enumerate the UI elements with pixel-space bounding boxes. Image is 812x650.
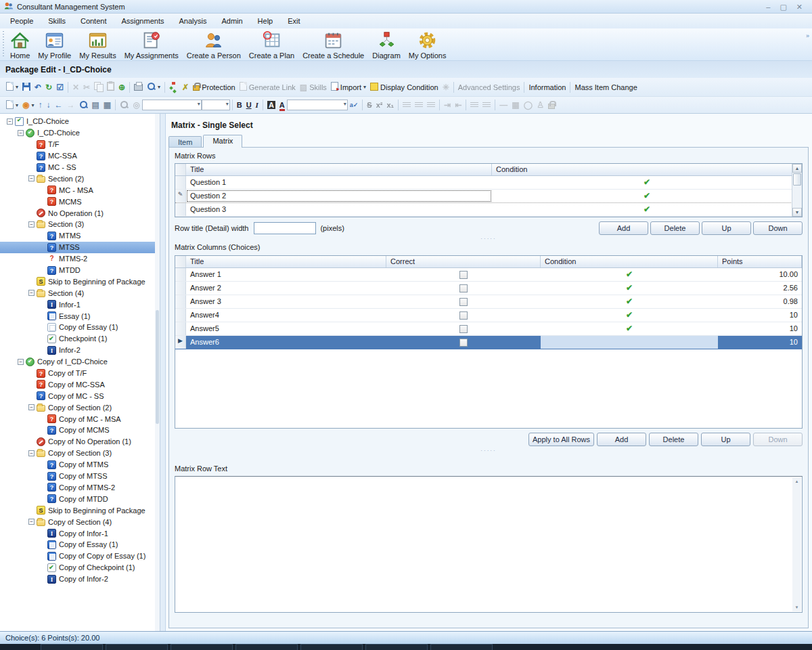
menu-skills[interactable]: Skills [41, 15, 73, 27]
choice-row-answer6[interactable]: ▶Answer610 [175, 336, 802, 349]
rows-grid-scrollbar[interactable]: ▲▼ [792, 164, 802, 217]
find-button[interactable] [77, 99, 90, 112]
view-detail-button[interactable]: ▦ [102, 99, 113, 111]
scroll-down-icon[interactable]: ▼ [792, 208, 802, 217]
menu-people[interactable]: People [3, 15, 41, 27]
scrollbar-thumb[interactable] [793, 173, 801, 186]
menu-exit[interactable]: Exit [280, 15, 307, 27]
checklist-button[interactable]: ☑ [54, 81, 66, 93]
row-condition-cell[interactable]: ✔ [492, 176, 802, 189]
row-title-cell[interactable]: Question 2 [186, 190, 492, 202]
tree-item-skip-to-beginning-of-package[interactable]: −SSkip to Beginning of Package [0, 504, 160, 516]
tree-item-checkpoint-1[interactable]: −Checkpoint (1) [0, 333, 160, 345]
matrix-row-question-1[interactable]: Question 1✔ [175, 176, 802, 190]
tree-item-t-f[interactable]: −?T/F [0, 139, 160, 150]
taskbar-button[interactable] [300, 644, 363, 650]
tree-item-copy-of-essay-1[interactable]: −Copy of Essay (1) [0, 322, 160, 333]
tree-item-infor-2[interactable]: −IInfor-2 [0, 345, 160, 356]
row-selector[interactable] [175, 309, 186, 322]
choice-title-cell[interactable]: Answer 3 [186, 295, 386, 308]
choice-points-cell[interactable]: 10 [718, 309, 802, 322]
tree-item-copy-of-t-f[interactable]: −?Copy of T/F [0, 368, 160, 379]
close-button[interactable]: ✕ [796, 1, 803, 13]
choice-points-cell[interactable]: 10.00 [718, 268, 802, 281]
refresh-button[interactable]: ↻ [43, 81, 54, 93]
choice-correct-cell[interactable] [386, 268, 541, 281]
correct-checkbox[interactable] [459, 339, 468, 347]
tree-item-copy-of-section-2[interactable]: −Copy of Section (2) [0, 402, 160, 413]
correct-checkbox[interactable] [459, 325, 468, 333]
my-assignments-button[interactable]: My Assignments [120, 30, 183, 60]
tree-item-copy-of-no-operation-1[interactable]: −Copy of No Operation (1) [0, 436, 160, 448]
create-a-schedule-button[interactable]: Create a Schedule [298, 30, 368, 60]
minimize-button[interactable]: – [766, 1, 770, 13]
my-options-button[interactable]: My Options [405, 30, 451, 60]
column-header-points[interactable]: Points [718, 256, 802, 267]
tree-item-copy-of-mtms-2[interactable]: −?Copy of MTMS-2 [0, 482, 160, 494]
delete-rows-button[interactable]: Delete [650, 221, 700, 235]
home-button[interactable]: Home [6, 30, 34, 60]
toolbar-overflow-icon[interactable]: » [806, 30, 812, 39]
dropdown-arrow-icon[interactable]: ▾ [16, 84, 18, 90]
italic-button[interactable]: I [254, 99, 261, 111]
tree-item-no-operation-1[interactable]: −No Operation (1) [0, 207, 160, 219]
taskbar-button[interactable] [430, 644, 493, 650]
menu-help[interactable]: Help [250, 15, 281, 27]
tree-item-copy-of-mc-msa[interactable]: −?Copy of MC - MSA [0, 413, 160, 425]
tree-item-infor-1[interactable]: −IInfor-1 [0, 299, 160, 310]
matrix-row-question-2[interactable]: ✎Question 2✔ [175, 190, 802, 203]
clear-x-button[interactable]: ✗ [180, 81, 191, 93]
menu-assignments[interactable]: Assignments [114, 15, 171, 27]
choice-correct-cell[interactable] [386, 322, 541, 335]
dropdown-arrow-icon[interactable]: ▾ [16, 102, 18, 108]
tab-item[interactable]: Item [168, 136, 202, 148]
font-color-button[interactable]: A [277, 99, 287, 111]
choice-correct-cell[interactable] [386, 309, 541, 322]
column-header-correct[interactable]: Correct [386, 256, 541, 267]
my-results-button[interactable]: My Results [75, 30, 120, 60]
horizontal-splitter-dots[interactable]: ····· [175, 236, 803, 243]
arrow-left-button[interactable]: ← [53, 99, 65, 111]
tree-main-splitter[interactable] [160, 114, 166, 631]
column-header-title[interactable]: Title [186, 256, 386, 267]
row-condition-cell[interactable]: ✔ [492, 190, 802, 202]
tree-item-mc-ss[interactable]: −?MC - SS [0, 162, 160, 173]
undo-button[interactable]: ↶ [32, 81, 43, 93]
dropdown-arrow-icon[interactable]: ▾ [32, 102, 35, 108]
correct-checkbox[interactable] [459, 298, 468, 306]
apply-to-all-rows-columns-button[interactable]: Apply to All Rows [528, 433, 594, 446]
scroll-down-icon[interactable]: ▼ [792, 603, 801, 611]
tree-expander-icon[interactable]: − [28, 404, 35, 410]
information-button[interactable]: Information [526, 82, 568, 93]
choice-correct-cell[interactable] [386, 336, 541, 349]
row-selector[interactable] [175, 176, 186, 189]
tree-item-section-3[interactable]: −Section (3) [0, 219, 160, 230]
tree-item-copy-of-mtms[interactable]: −?Copy of MTMS [0, 459, 160, 471]
choice-condition-cell[interactable]: ✔ [541, 282, 718, 295]
row-selector[interactable] [175, 322, 186, 335]
choice-row-answer-3[interactable]: Answer 3✔0.98 [175, 295, 802, 309]
tree-item-copy-of-mtdd[interactable]: −?Copy of MTDD [0, 493, 160, 504]
choice-points-cell[interactable]: 2.56 [718, 282, 802, 295]
toolbar-combobox[interactable] [287, 100, 348, 110]
tree-item-copy-of-infor-2[interactable]: −ICopy of Infor-2 [0, 573, 160, 585]
tree-item-copy-of-essay-1[interactable]: −Copy of Essay (1) [0, 539, 160, 550]
view-list-button[interactable]: ▤ [90, 99, 102, 111]
save-button[interactable] [20, 81, 32, 93]
tree-item-copy-of-section-4[interactable]: −Copy of Section (4) [0, 516, 160, 527]
column-header-condition[interactable]: Condition [492, 164, 802, 175]
row-selector[interactable] [175, 268, 186, 281]
row-title-cell[interactable]: Question 3 [186, 203, 492, 216]
choice-condition-cell[interactable]: ✔ [541, 322, 718, 335]
tree-expander-icon[interactable]: − [28, 221, 35, 228]
tree-expander-icon[interactable]: − [28, 450, 35, 456]
tree-item-copy-of-mc-ssa[interactable]: −?Copy of MC-SSA [0, 378, 160, 390]
toolbar-combobox[interactable] [202, 100, 230, 110]
scroll-up-icon[interactable]: ▲ [792, 164, 802, 173]
choice-points-cell[interactable]: 10 [718, 336, 802, 349]
mass-item-change-button[interactable]: Mass Item Change [572, 82, 639, 93]
editor-scrollbar[interactable]: ▲ ▼ [792, 477, 801, 611]
choice-title-cell[interactable]: Answer6 [186, 336, 386, 349]
correct-checkbox[interactable] [459, 311, 468, 320]
add-columns-button[interactable]: Add [597, 433, 646, 446]
